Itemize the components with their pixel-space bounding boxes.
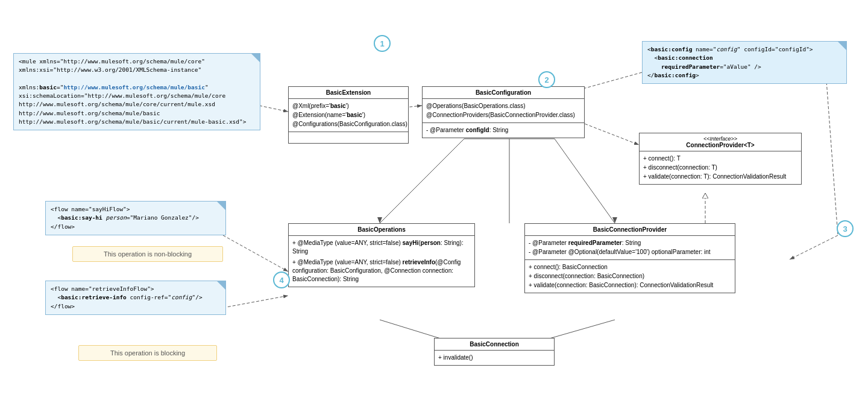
xml-box-retrieve-info-flow: <flow name="retrieveInfoFlow"> <basic:re…	[45, 281, 226, 315]
svg-line-18	[223, 296, 288, 308]
uml-basic-connection: BasicConnection + invalidate()	[434, 338, 555, 366]
svg-marker-9	[377, 217, 382, 223]
uml-header: BasicConnection	[435, 338, 554, 351]
uml-connection-provider: <<Interface>> ConnectionProvider<T> + co…	[639, 133, 802, 185]
uml-basic-configuration: BasicConfiguration @Operations(BasicOper…	[422, 86, 585, 138]
svg-line-15	[826, 72, 838, 235]
xml-line: <basic:connection	[647, 54, 841, 62]
xml-line: http://www.mulesoft.org/schema/mule/core…	[19, 100, 255, 109]
xml-line: </flow>	[51, 302, 221, 311]
uml-basic-extension: BasicExtension @Xml(prefix='basic') @Ext…	[288, 86, 409, 144]
xml-line: <basic:say-hi person="Mariano Gonzalez"/…	[51, 214, 221, 222]
diagram-container: <mule xmlns="http://www.mulesoft.org/sch…	[0, 0, 868, 394]
circle-2: 2	[538, 71, 555, 88]
uml-header: BasicOperations	[289, 224, 474, 236]
svg-line-6	[555, 139, 615, 223]
xml-line: http://www.mulesoft.org/schema/mule/basi…	[19, 109, 255, 118]
uml-basic-operations: BasicOperations + @MediaType (value=ANY,…	[288, 223, 475, 287]
xml-box-mule-config: <mule xmlns="http://www.mulesoft.org/sch…	[13, 53, 260, 130]
xml-line: </flow>	[51, 223, 221, 231]
xml-line: </basic:config>	[647, 71, 841, 80]
uml-methods: + connect(): BasicConnection + disconnec…	[525, 260, 735, 293]
svg-line-3	[259, 106, 288, 112]
circle-3: 3	[837, 220, 854, 237]
uml-header: BasicConfiguration	[423, 87, 584, 99]
xml-line: xmlns:xsi="http://www.w3.org/2001/XMLSch…	[19, 66, 255, 74]
svg-line-16	[790, 235, 838, 259]
uml-header: <<Interface>> ConnectionProvider<T>	[640, 133, 801, 151]
uml-params: - @Parameter configId: String	[423, 123, 584, 138]
xml-line: <mule xmlns="http://www.mulesoft.org/sch…	[19, 57, 255, 66]
tooltip-non-blocking: This operation is non-blocking	[72, 246, 223, 262]
uml-methods: + invalidate()	[435, 351, 554, 365]
xml-line: <flow name="retrieveInfoFlow">	[51, 285, 221, 293]
xml-line: xsi:schemaLocation="http://www.mulesoft.…	[19, 92, 255, 100]
xml-line: requiredParameter="aValue" />	[647, 63, 841, 71]
svg-line-5	[380, 139, 464, 223]
uml-methods: + connect(): T + disconnect(connection: …	[640, 151, 801, 184]
uml-methods	[289, 132, 408, 143]
uml-header: BasicExtension	[289, 87, 408, 99]
xml-line: <flow name="sayHiFlow">	[51, 205, 221, 214]
xml-line: xmlns:basic="http://www.mulesoft.org/sch…	[19, 83, 255, 92]
xml-line: <basic:retrieve-info config-ref="config"…	[51, 293, 221, 302]
circle-4: 4	[273, 272, 290, 288]
uml-annotations: @Operations(BasicOperations.class) @Conn…	[423, 99, 584, 123]
svg-marker-10	[612, 217, 617, 223]
xml-line: <basic:config name="config" configId="co…	[647, 45, 841, 54]
uml-params: - @Parameter requiredParameter: String -…	[525, 236, 735, 260]
uml-basic-connection-provider: BasicConnectionProvider - @Parameter req…	[524, 223, 735, 293]
xml-box-say-hi-flow: <flow name="sayHiFlow"> <basic:say-hi pe…	[45, 201, 226, 235]
tooltip-blocking: This operation is blocking	[78, 345, 217, 361]
svg-line-17	[223, 235, 288, 272]
uml-header: BasicConnectionProvider	[525, 224, 735, 236]
circle-1: 1	[374, 35, 391, 52]
xml-line: http://www.mulesoft.org/schema/mule/basi…	[19, 118, 255, 126]
uml-attributes: @Xml(prefix='basic') @Extension(name='ba…	[289, 99, 408, 132]
uml-methods: + @MediaType (value=ANY, strict=false) s…	[289, 236, 474, 287]
xml-box-basic-config: <basic:config name="config" configId="co…	[642, 41, 847, 84]
